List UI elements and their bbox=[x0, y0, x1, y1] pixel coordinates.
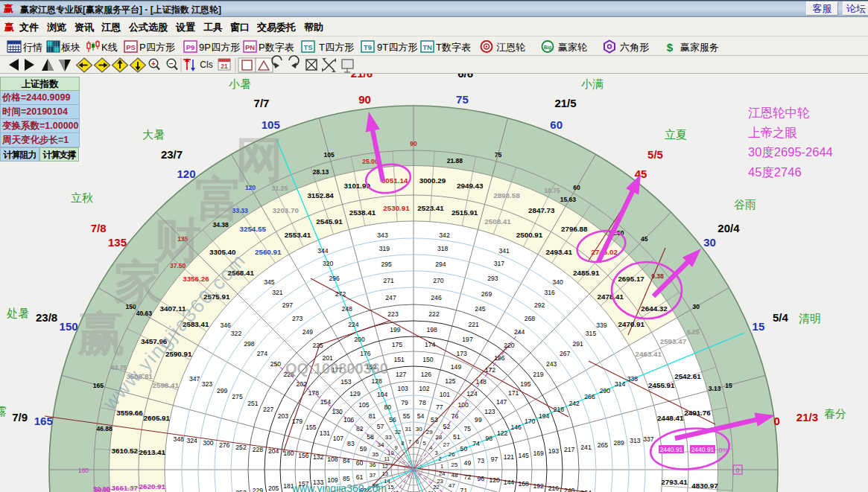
svg-text:32: 32 bbox=[394, 429, 401, 435]
svg-text:221: 221 bbox=[469, 321, 480, 328]
svg-text:269: 269 bbox=[481, 290, 492, 298]
svg-text:60: 60 bbox=[356, 459, 364, 467]
svg-text:处暑: 处暑 bbox=[7, 307, 29, 319]
svg-text:148: 148 bbox=[476, 378, 487, 386]
svg-text:21/3: 21/3 bbox=[796, 411, 818, 424]
svg-text:120: 120 bbox=[489, 476, 500, 484]
svg-text:2463.41: 2463.41 bbox=[636, 350, 662, 358]
svg-text:2542.61: 2542.61 bbox=[674, 372, 701, 380]
svg-text:314: 314 bbox=[615, 380, 626, 388]
svg-text:2605.91: 2605.91 bbox=[144, 414, 171, 422]
svg-text:Big: Big bbox=[544, 45, 552, 51]
svg-text:346: 346 bbox=[221, 322, 232, 329]
svg-text:229: 229 bbox=[253, 487, 264, 492]
svg-text:2538.41: 2538.41 bbox=[349, 208, 376, 217]
svg-text:165: 165 bbox=[93, 382, 104, 389]
svg-text:102: 102 bbox=[419, 385, 430, 392]
svg-text:107: 107 bbox=[333, 435, 344, 442]
svg-text:169: 169 bbox=[533, 450, 544, 457]
svg-text:$: $ bbox=[667, 41, 674, 54]
svg-text:2613.41: 2613.41 bbox=[139, 448, 166, 456]
svg-text:81: 81 bbox=[369, 412, 376, 420]
svg-text:290: 290 bbox=[600, 387, 611, 394]
svg-text:2485.91: 2485.91 bbox=[573, 269, 600, 277]
svg-text:Cls: Cls bbox=[200, 60, 212, 70]
svg-text:340: 340 bbox=[552, 278, 563, 286]
svg-text:265: 265 bbox=[598, 441, 609, 449]
svg-text:179: 179 bbox=[292, 418, 303, 425]
svg-text:292: 292 bbox=[534, 301, 545, 309]
svg-text:5/5: 5/5 bbox=[647, 148, 663, 161]
svg-text:立秋: 立秋 bbox=[71, 191, 93, 204]
svg-text:55: 55 bbox=[403, 412, 411, 420]
svg-text:220: 220 bbox=[504, 342, 515, 349]
svg-text:204: 204 bbox=[268, 447, 279, 455]
svg-text:272: 272 bbox=[335, 290, 346, 298]
svg-text:298: 298 bbox=[244, 340, 255, 348]
svg-text:103: 103 bbox=[398, 385, 409, 392]
svg-text:242: 242 bbox=[569, 400, 580, 407]
svg-text:6.25: 6.25 bbox=[687, 328, 700, 336]
svg-text:2515.91: 2515.91 bbox=[452, 208, 478, 217]
svg-text:45: 45 bbox=[635, 167, 647, 180]
svg-text:45度2746: 45度2746 bbox=[748, 165, 802, 179]
svg-text:3051.14: 3051.14 bbox=[381, 176, 408, 185]
svg-text:谷雨: 谷雨 bbox=[734, 198, 756, 211]
svg-text:3661.37: 3661.37 bbox=[112, 484, 139, 492]
svg-text:100: 100 bbox=[458, 401, 469, 409]
svg-text:75: 75 bbox=[495, 151, 502, 159]
svg-text:21: 21 bbox=[221, 63, 228, 70]
svg-text:58: 58 bbox=[367, 433, 374, 441]
svg-text:124: 124 bbox=[466, 390, 478, 397]
svg-text:243: 243 bbox=[546, 360, 557, 368]
svg-text:TN: TN bbox=[422, 43, 432, 51]
svg-text:28.13: 28.13 bbox=[313, 168, 329, 176]
svg-text:11: 11 bbox=[384, 456, 390, 462]
svg-text:47: 47 bbox=[449, 482, 455, 489]
svg-text:323: 323 bbox=[202, 380, 213, 388]
svg-text:白露: 白露 bbox=[0, 405, 7, 418]
svg-text:12: 12 bbox=[382, 463, 388, 470]
svg-text:172: 172 bbox=[485, 366, 496, 374]
svg-text:7/9: 7/9 bbox=[12, 411, 28, 424]
svg-text:194: 194 bbox=[539, 412, 550, 420]
svg-text:246: 246 bbox=[431, 294, 442, 301]
svg-text:200: 200 bbox=[354, 336, 365, 343]
svg-text:174: 174 bbox=[425, 341, 436, 348]
svg-text:104: 104 bbox=[377, 391, 388, 398]
svg-text:99: 99 bbox=[475, 416, 482, 424]
svg-text:23/8: 23/8 bbox=[36, 311, 57, 324]
svg-text:180: 180 bbox=[78, 467, 89, 474]
svg-text:297: 297 bbox=[282, 301, 294, 309]
svg-text:6: 6 bbox=[416, 438, 419, 445]
svg-text:144: 144 bbox=[504, 479, 515, 486]
svg-text:2560.91: 2560.91 bbox=[255, 248, 282, 256]
svg-text:318: 318 bbox=[437, 245, 449, 252]
svg-text:51: 51 bbox=[453, 433, 460, 441]
svg-text:10: 10 bbox=[387, 450, 393, 456]
svg-text:37: 37 bbox=[370, 472, 376, 479]
svg-text:30: 30 bbox=[703, 236, 716, 249]
svg-text:2: 2 bbox=[439, 456, 442, 462]
svg-text:84: 84 bbox=[343, 457, 350, 464]
svg-text:195: 195 bbox=[520, 380, 531, 388]
svg-text:341: 341 bbox=[499, 247, 510, 255]
svg-text:2593.47: 2593.47 bbox=[660, 337, 687, 345]
svg-text:−: − bbox=[169, 60, 174, 68]
svg-text:16: 16 bbox=[393, 490, 399, 492]
svg-text:289: 289 bbox=[613, 439, 624, 447]
svg-text:98: 98 bbox=[485, 435, 492, 442]
svg-text:PN: PN bbox=[245, 43, 255, 51]
svg-text:2478.41: 2478.41 bbox=[598, 293, 624, 301]
svg-text:59: 59 bbox=[360, 445, 367, 453]
svg-text:196: 196 bbox=[494, 354, 505, 362]
svg-text:225: 225 bbox=[312, 342, 323, 349]
svg-text:106: 106 bbox=[343, 416, 355, 424]
svg-text:85: 85 bbox=[343, 475, 350, 482]
svg-text:T9: T9 bbox=[364, 43, 372, 51]
svg-text:253: 253 bbox=[235, 489, 247, 492]
svg-text:337: 337 bbox=[643, 435, 654, 443]
svg-text:1: 1 bbox=[440, 463, 443, 470]
svg-text:122: 122 bbox=[497, 429, 508, 437]
svg-text:20/4: 20/4 bbox=[717, 222, 740, 234]
